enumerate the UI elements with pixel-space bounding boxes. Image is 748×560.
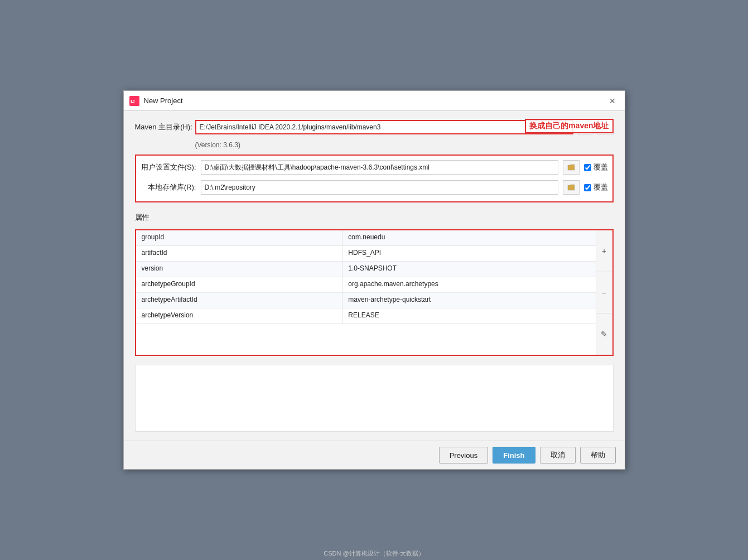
table-row[interactable]: artifactId HDFS_API [136,246,596,262]
prop-key: groupId [136,230,343,245]
prop-value: org.apache.maven.archetypes [342,277,595,292]
empty-area [135,365,614,432]
annotation-text: 换成自己的maven地址 [525,119,613,133]
maven-label: Maven 主目录(H): [135,122,191,132]
title-bar: IJ New Project ✕ [124,91,625,111]
remove-property-button[interactable]: − [596,272,612,314]
prop-value: maven-archetype-quickstart [342,293,595,308]
prop-value: HDFS_API [342,246,595,261]
repo-override-checkbox[interactable] [584,184,591,191]
help-button[interactable]: 帮助 [580,447,616,464]
title-left: IJ New Project [129,96,183,106]
folder-icon-2 [567,184,575,191]
cancel-button[interactable]: 取消 [540,447,576,464]
settings-override-checkbox[interactable] [584,164,591,171]
properties-section-title: 属性 [135,213,614,223]
settings-repo-inner: 用户设置文件(S): 覆盖 本地存储库(R): [141,160,608,197]
previous-button[interactable]: Previous [439,447,489,464]
prop-value: RELEASE [342,308,595,324]
dialog-footer: Previous Finish 取消 帮助 [124,441,625,469]
settings-override-label: 覆盖 [584,162,608,172]
settings-browse-button[interactable] [563,160,580,175]
table-row[interactable]: archetypeGroupId org.apache.maven.archet… [136,277,596,293]
settings-input[interactable] [201,160,558,175]
properties-table: groupId com.neuedu artifactId HDFS_API v… [136,230,596,355]
watermark: CSDN @计算机设计（软件·大数据） [0,549,748,558]
new-project-dialog: IJ New Project ✕ 换成自己的maven地址 Maven 主目录(… [123,90,625,470]
repo-browse-button[interactable] [563,180,580,195]
table-row[interactable]: archetypeVersion RELEASE [136,308,596,324]
properties-container: groupId com.neuedu artifactId HDFS_API v… [135,229,614,356]
settings-label: 用户设置文件(S): [141,162,196,172]
svg-text:IJ: IJ [131,99,135,104]
prop-key: version [136,262,343,277]
add-property-button[interactable]: + [596,230,612,272]
settings-row: 用户设置文件(S): 覆盖 [141,160,608,175]
repo-override-label: 覆盖 [584,182,608,192]
prop-key: archetypeGroupId [136,277,343,292]
prop-value: 1.0-SNAPSHOT [342,262,595,277]
prop-key: artifactId [136,246,343,261]
prop-key: archetypeVersion [136,308,343,324]
table-row[interactable]: groupId com.neuedu [136,230,596,246]
folder-icon [567,164,575,171]
property-actions: + − ✎ [596,230,612,355]
app-icon: IJ [129,96,139,106]
maven-version-hint: (Version: 3.6.3) [195,141,614,149]
table-row[interactable]: version 1.0-SNAPSHOT [136,262,596,277]
close-button[interactable]: ✕ [606,96,619,106]
settings-repo-group: 用户设置文件(S): 覆盖 本地存储库(R): [135,155,614,202]
repo-row: 本地存储库(R): 覆盖 [141,180,608,195]
prop-value: com.neuedu [342,230,595,245]
dialog-title: New Project [144,96,183,105]
finish-button[interactable]: Finish [493,447,535,464]
table-row[interactable]: archetypeArtifactId maven-archetype-quic… [136,293,596,308]
prop-key: archetypeArtifactId [136,293,343,308]
repo-label: 本地存储库(R): [141,182,196,192]
dialog-content: 换成自己的maven地址 Maven 主目录(H): ▼ ... (Versio… [124,111,625,441]
edit-property-button[interactable]: ✎ [596,313,612,355]
maven-input[interactable] [195,120,573,134]
repo-input[interactable] [201,180,558,195]
